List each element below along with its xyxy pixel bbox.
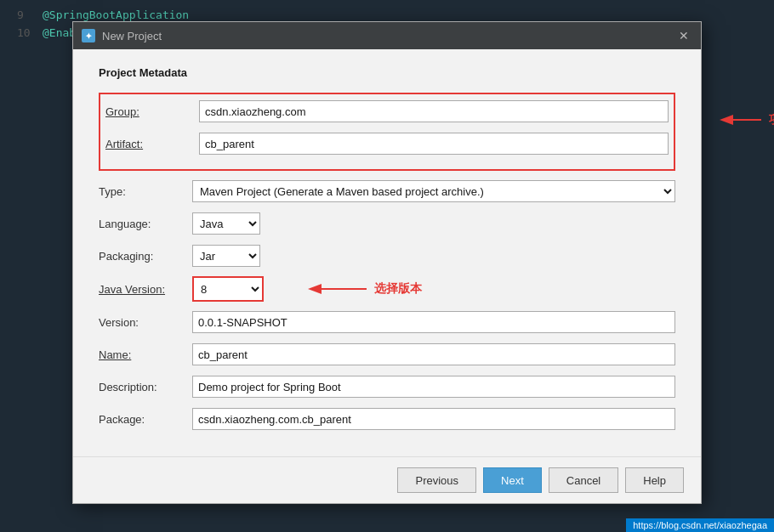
- previous-button[interactable]: Previous: [397, 467, 476, 493]
- cancel-button[interactable]: Cancel: [549, 467, 618, 493]
- description-row: Description:: [99, 375, 675, 399]
- group-input[interactable]: [199, 100, 669, 122]
- package-label: Package:: [99, 413, 192, 426]
- dialog-content: Project Metadata Group: Artifact:: [73, 49, 701, 456]
- section-title: Project Metadata: [99, 66, 675, 79]
- language-label: Language:: [99, 218, 192, 230]
- annotation-2-container: 选择版本: [303, 276, 422, 302]
- help-button[interactable]: Help: [625, 467, 684, 493]
- version-input[interactable]: [192, 311, 675, 333]
- version-label: Version:: [99, 316, 192, 329]
- dialog-icon: ✦: [82, 29, 95, 42]
- arrow-2-svg: [303, 276, 371, 302]
- url-text: https://blog.csdn.net/xiaozhegaa: [633, 520, 767, 530]
- language-row: Language: Java: [99, 212, 675, 235]
- group-label: Group:: [105, 105, 199, 118]
- version-row: Version:: [99, 310, 675, 334]
- dialog-overlay: ✦ New Project ✕ Project Metadata Group: …: [0, 0, 774, 515]
- artifact-label: Artifact:: [105, 138, 199, 150]
- artifact-input[interactable]: [199, 133, 669, 155]
- dialog-close-button[interactable]: ✕: [675, 27, 692, 44]
- group-artifact-highlight: Group: Artifact:: [99, 93, 675, 171]
- annotation-text-2: 选择版本: [374, 281, 422, 297]
- group-row: Group:: [105, 99, 669, 123]
- dialog-title: New Project: [102, 30, 675, 42]
- name-input[interactable]: [192, 343, 675, 365]
- java-version-row: Java Version: 8 11 17: [99, 276, 675, 302]
- package-row: Package:: [99, 407, 675, 431]
- type-label: Type:: [99, 185, 192, 198]
- packaging-select[interactable]: Jar: [192, 245, 260, 267]
- url-bar: https://blog.csdn.net/xiaozhegaa: [626, 518, 774, 532]
- new-project-dialog: ✦ New Project ✕ Project Metadata Group: …: [72, 21, 702, 504]
- artifact-row: Artifact:: [105, 132, 669, 156]
- package-input[interactable]: [192, 408, 675, 430]
- next-button[interactable]: Next: [483, 467, 542, 493]
- annotation-text-1: 项目名称和标识: [769, 112, 774, 127]
- language-select[interactable]: Java: [192, 212, 260, 235]
- name-row: Name:: [99, 342, 675, 366]
- name-label: Name:: [99, 348, 192, 361]
- form-section: Group: Artifact:: [99, 93, 675, 431]
- dialog-footer: Previous Next Cancel Help: [73, 456, 701, 503]
- packaging-label: Packaging:: [99, 250, 192, 263]
- annotation-1-container: 项目名称和标识: [714, 103, 774, 137]
- description-input[interactable]: [192, 376, 675, 398]
- java-version-label: Java Version:: [99, 283, 192, 296]
- type-select[interactable]: Maven Project (Generate a Maven based pr…: [192, 180, 675, 202]
- java-version-highlight: 8 11 17: [192, 276, 264, 302]
- dialog-titlebar: ✦ New Project ✕: [73, 22, 701, 49]
- arrow-1-svg: [714, 103, 765, 137]
- type-row: Type: Maven Project (Generate a Maven ba…: [99, 179, 675, 203]
- description-label: Description:: [99, 381, 192, 393]
- java-version-select[interactable]: 8 11 17: [194, 278, 262, 300]
- packaging-row: Packaging: Jar: [99, 244, 675, 268]
